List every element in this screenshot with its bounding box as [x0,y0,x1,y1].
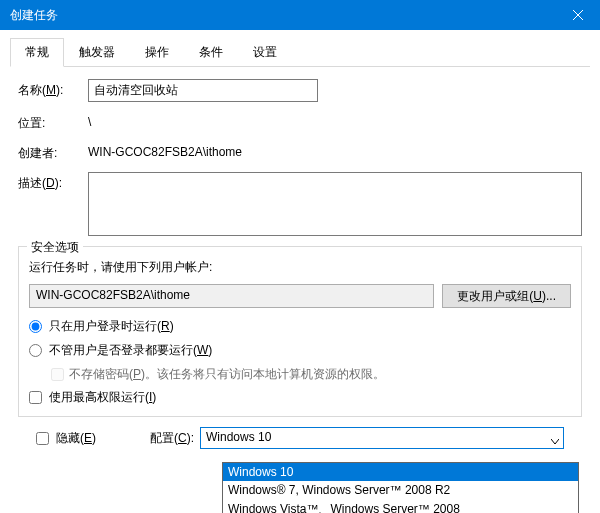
close-button[interactable] [555,0,600,30]
tab-general[interactable]: 常规 [10,38,64,67]
creator-value: WIN-GCOC82FSB2A\ithome [88,142,242,159]
config-option-2[interactable]: Windows Vista™、Windows Server™ 2008 [223,499,578,513]
description-textarea[interactable] [88,172,582,236]
user-account-box: WIN-GCOC82FSB2A\ithome [29,284,434,308]
highest-priv-checkbox[interactable] [29,391,42,404]
tab-content: 名称(M): 位置: \ 创建者: WIN-GCOC82FSB2A\ithome… [0,67,600,449]
name-input[interactable] [88,79,318,102]
security-prompt: 运行任务时，请使用下列用户帐户: [29,259,571,276]
nopassword-label: 不存储密码(P)。该任务将只有访问本地计算机资源的权限。 [69,366,385,383]
tab-settings[interactable]: 设置 [238,38,292,67]
description-label: 描述(D): [18,172,88,192]
chevron-down-icon [551,434,559,448]
radio-always[interactable] [29,344,42,357]
config-value: Windows 10 [206,430,271,444]
security-legend: 安全选项 [27,239,83,256]
creator-label: 创建者: [18,142,88,162]
tab-actions[interactable]: 操作 [130,38,184,67]
nopassword-row: 不存储密码(P)。该任务将只有访问本地计算机资源的权限。 [51,366,571,383]
tab-triggers[interactable]: 触发器 [64,38,130,67]
config-select[interactable]: Windows 10 [200,427,564,449]
radio-always-row[interactable]: 不管用户是否登录都要运行(W) [29,342,571,359]
radio-always-label: 不管用户是否登录都要运行(W) [49,342,212,359]
config-label: 配置(C): [150,430,194,447]
config-option-0[interactable]: Windows 10 [223,463,578,481]
tab-conditions[interactable]: 条件 [184,38,238,67]
config-option-1[interactable]: Windows® 7, Windows Server™ 2008 R2 [223,481,578,499]
radio-loggedon[interactable] [29,320,42,333]
nopassword-checkbox [51,368,64,381]
security-fieldset: 安全选项 运行任务时，请使用下列用户帐户: WIN-GCOC82FSB2A\it… [18,246,582,417]
config-dropdown[interactable]: Windows 10 Windows® 7, Windows Server™ 2… [222,462,579,513]
tab-bar: 常规 触发器 操作 条件 设置 [10,38,590,67]
location-value: \ [88,112,91,129]
hidden-checkbox[interactable] [36,432,49,445]
close-icon [573,10,583,20]
window-title: 创建任务 [10,7,555,24]
name-label: 名称(M): [18,79,88,99]
location-label: 位置: [18,112,88,132]
title-bar: 创建任务 [0,0,600,30]
hidden-label: 隐藏(E) [56,430,96,447]
highest-priv-row[interactable]: 使用最高权限运行(I) [29,389,571,406]
radio-loggedon-row[interactable]: 只在用户登录时运行(R) [29,318,571,335]
highest-priv-label: 使用最高权限运行(I) [49,389,156,406]
change-user-button[interactable]: 更改用户或组(U)... [442,284,571,308]
hidden-row[interactable]: 隐藏(E) [36,430,96,447]
radio-loggedon-label: 只在用户登录时运行(R) [49,318,174,335]
